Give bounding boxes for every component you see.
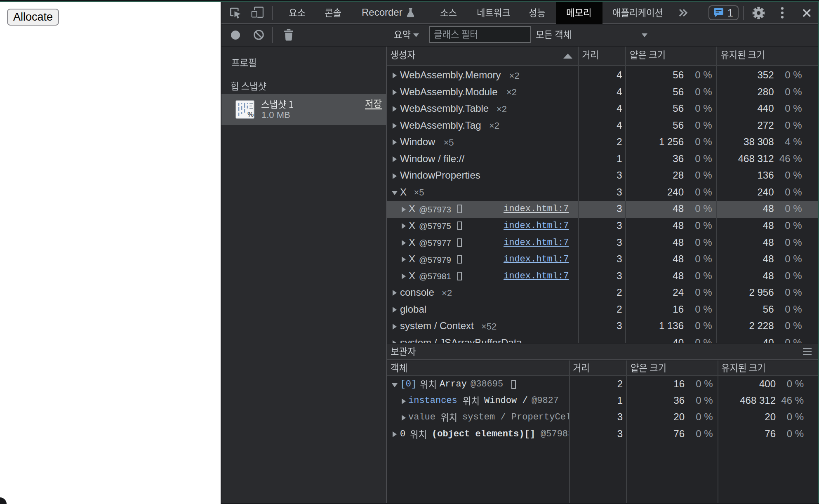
svg-text:%: % <box>247 111 254 118</box>
